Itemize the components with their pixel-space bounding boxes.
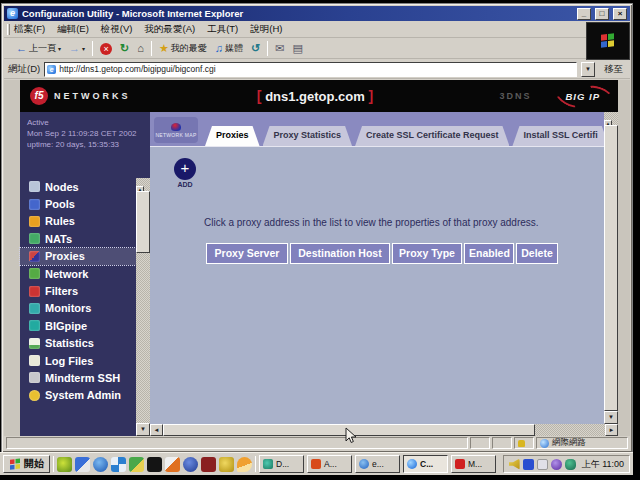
column-destination-host[interactable]: Destination Host [290,243,390,264]
quicklaunch-icon-10[interactable] [219,457,234,472]
browser-toolbar: ← 上一頁 ▾ → ▾ × ↻ ⌂ ★ 我的最愛 [4,39,586,59]
sidebar-item-filters[interactable]: Filters [20,282,136,299]
close-button[interactable]: × [613,8,627,20]
quicklaunch-icon-7[interactable] [165,457,180,472]
sidebar-item-nats[interactable]: NATs [20,230,136,247]
forward-icon: → [69,43,80,54]
address-input[interactable]: e http://dns1.getop.com/bigipgui/bigconf… [44,62,577,77]
forward-button[interactable]: → ▾ [65,42,89,55]
proxies-icon [29,251,40,262]
task-button-3[interactable]: e... [355,455,400,473]
address-dropdown-button[interactable]: ▼ [581,62,595,77]
ie-app-icon: e [7,8,18,19]
menu-help[interactable]: 說明(H) [250,23,282,36]
print-button[interactable]: ▤ [288,42,306,55]
column-enabled[interactable]: Enabled [464,243,514,264]
history-button[interactable]: ↺ [247,42,264,55]
tab-install-ssl-certificate[interactable]: Install SSL Certifi [512,126,604,146]
quicklaunch-icon-4[interactable] [111,457,126,472]
content-scroll-thumb[interactable] [604,125,618,411]
quicklaunch-icon-6[interactable] [147,457,162,472]
menu-favorites[interactable]: 我的最愛(A) [144,23,195,36]
quick-launch [57,457,252,472]
media-icon: ♫ [215,43,223,54]
tray-icon-2[interactable] [523,459,534,470]
menu-tools[interactable]: 工具(T) [207,23,238,36]
sidebar-item-bigpipe[interactable]: BIGpipe [20,317,136,334]
page-area: f5 NETWORKS [ dns1.getop.com ] 3DNS BIG … [4,80,630,436]
content-scroll-right-icon[interactable]: ► [605,424,618,436]
tray-icon-4[interactable] [551,459,562,470]
content-scroll-down-icon[interactable]: ▼ [604,411,618,424]
quicklaunch-icon-5[interactable] [129,457,144,472]
menu-edit[interactable]: 編輯(E) [57,23,89,36]
sidebar-item-label: Mindterm SSH [45,372,120,384]
tray-icon-3[interactable] [537,459,548,470]
task-button-2[interactable]: A... [307,455,352,473]
tab-proxies[interactable]: Proxies [205,126,260,146]
quicklaunch-icon-11[interactable] [237,457,252,472]
add-button[interactable]: + ADD [172,158,198,188]
menu-file[interactable]: 檔案(F) [14,23,45,36]
minimize-button[interactable]: _ [577,8,591,20]
sidebar-item-monitors[interactable]: Monitors [20,300,136,317]
add-plus-icon: + [174,158,196,180]
sidebar-item-nodes[interactable]: Nodes [20,178,136,195]
stop-button[interactable]: × [96,42,116,56]
sidebar-item-pools[interactable]: Pools [20,195,136,212]
favorites-button[interactable]: ★ 我的最愛 [155,41,211,56]
sidebar-scroll-down-icon[interactable]: ▼ [136,423,150,436]
column-proxy-type[interactable]: Proxy Type [392,243,462,264]
sidebar-item-label: Pools [45,198,75,210]
sidebar-item-log-files[interactable]: Log Files [20,352,136,369]
back-icon: ← [16,43,27,54]
refresh-icon: ↻ [120,43,129,54]
taskbar-clock[interactable]: 上午 11:00 [582,458,624,471]
network-map-button[interactable]: NETWORK MAP [154,117,198,143]
maximize-button[interactable]: □ [595,8,609,20]
quicklaunch-icon-3[interactable] [93,457,108,472]
refresh-button[interactable]: ↻ [116,42,133,55]
sidebar-item-statistics[interactable]: Statistics [20,335,136,352]
menu-view[interactable]: 檢視(V) [101,23,133,36]
product-3dns[interactable]: 3DNS [499,91,531,101]
tray-icon-5[interactable] [565,459,576,470]
go-button[interactable]: 移至 [599,63,626,76]
sidebar-item-proxies[interactable]: Proxies [20,248,136,265]
quicklaunch-icon-2[interactable] [75,457,90,472]
volume-icon[interactable] [509,459,520,470]
quicklaunch-icon-1[interactable] [57,457,72,472]
forward-dropdown-icon[interactable]: ▾ [82,45,85,52]
mail-button[interactable]: ✉ [271,42,288,55]
start-button[interactable]: 開始 [3,455,50,473]
sidebar-scrollbar[interactable]: ▲ ▼ [136,178,150,436]
tab-proxy-statistics[interactable]: Proxy Statistics [263,126,353,146]
content-horizontal-scrollbar[interactable]: ◄ ► [150,424,618,436]
sidebar-item-system-admin[interactable]: System Admin [20,387,136,404]
content-scroll-left-icon[interactable]: ◄ [150,424,163,436]
task-button-5[interactable]: M... [451,455,496,473]
sidebar-scroll-thumb[interactable] [136,191,150,253]
taskbar-divider [255,456,256,472]
back-dropdown-icon[interactable]: ▾ [58,45,61,52]
media-button[interactable]: ♫ 媒體 [211,41,247,56]
product-bigip[interactable]: BIG IP [565,91,600,102]
status-active: Active [27,117,150,128]
sidebar-item-rules[interactable]: Rules [20,213,136,230]
tab-create-ssl-certificate-request[interactable]: Create SSL Certificate Request [355,126,509,146]
sidebar-item-label: Statistics [45,337,94,349]
home-button[interactable]: ⌂ [133,42,148,55]
toolbar-separator [92,41,93,56]
quicklaunch-icon-9[interactable] [201,457,216,472]
bigpipe-icon [29,320,40,331]
content-vertical-scrollbar[interactable]: ▲ ▼ [604,112,618,424]
column-delete[interactable]: Delete [516,243,558,264]
bracket-left: [ [257,88,262,104]
sidebar-item-network[interactable]: Network [20,265,136,282]
sidebar-item-mindterm-ssh[interactable]: Mindterm SSH [20,369,136,386]
task-button-configuration-utility[interactable]: C... [403,455,448,473]
task-button-1[interactable]: D... [259,455,304,473]
column-proxy-server[interactable]: Proxy Server [206,243,288,264]
back-button[interactable]: ← 上一頁 ▾ [12,41,65,56]
quicklaunch-icon-8[interactable] [183,457,198,472]
